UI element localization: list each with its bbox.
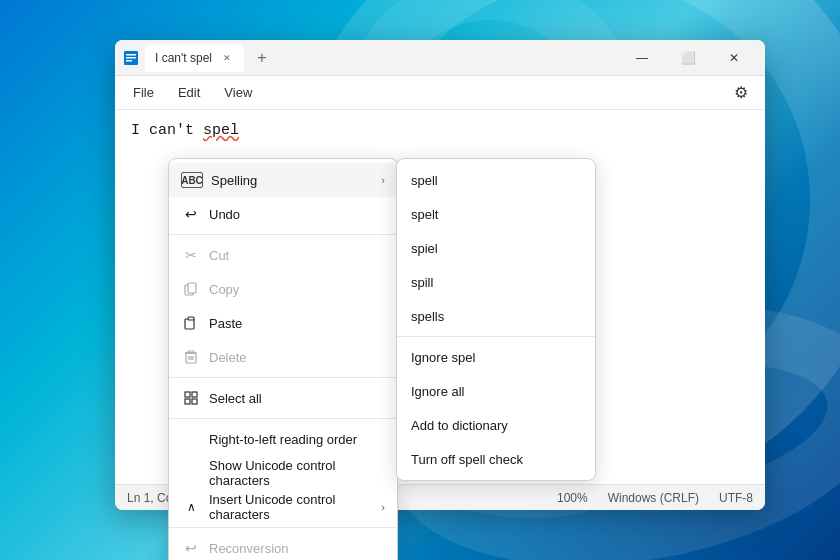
spell-action-ignore-all[interactable]: Ignore all: [397, 374, 595, 408]
spell-suggestion-spill[interactable]: spill: [397, 265, 595, 299]
unicode-show-icon: [181, 463, 201, 483]
ctx-item-delete: Delete: [169, 340, 397, 374]
window-controls: — ⬜ ✕: [619, 40, 757, 76]
svg-rect-14: [185, 392, 190, 397]
ctx-divider-2: [169, 377, 397, 378]
spell-action-add-dictionary-label: Add to dictionary: [411, 418, 508, 433]
unicode-insert-arrow-icon: ›: [381, 501, 385, 513]
ctx-item-spelling[interactable]: ABC Spelling ›: [169, 163, 397, 197]
context-menu: ABC Spelling › ↩ Undo ✂ Cut Copy Paste: [168, 158, 398, 560]
ctx-item-paste[interactable]: Paste: [169, 306, 397, 340]
spell-action-turn-off-label: Turn off spell check: [411, 452, 523, 467]
ctx-reconversion-label: Reconversion: [209, 541, 385, 556]
delete-icon: [181, 347, 201, 367]
maximize-button[interactable]: ⬜: [665, 40, 711, 76]
svg-rect-5: [188, 283, 196, 293]
svg-rect-16: [185, 399, 190, 404]
close-button[interactable]: ✕: [711, 40, 757, 76]
spell-suggestion-label-1: spell: [411, 173, 438, 188]
tab-area: I can't spel ✕ +: [123, 44, 619, 72]
ctx-divider-4: [169, 527, 397, 528]
title-bar: I can't spel ✕ + — ⬜ ✕: [115, 40, 765, 76]
spell-suggestion-spiel[interactable]: spiel: [397, 231, 595, 265]
spell-suggestion-spelt[interactable]: spelt: [397, 197, 595, 231]
spell-action-ignore-all-label: Ignore all: [411, 384, 464, 399]
select-all-icon: [181, 388, 201, 408]
ctx-copy-label: Copy: [209, 282, 385, 297]
text-before-misspelled: I can't: [131, 122, 203, 139]
undo-icon: ↩: [181, 204, 201, 224]
spell-action-ignore[interactable]: Ignore spel: [397, 340, 595, 374]
svg-rect-13: [188, 351, 194, 353]
spell-suggestion-label-5: spells: [411, 309, 444, 324]
ctx-cut-label: Cut: [209, 248, 385, 263]
svg-rect-15: [192, 392, 197, 397]
copy-icon: [181, 279, 201, 299]
ctx-item-select-all[interactable]: Select all: [169, 381, 397, 415]
ctx-item-rtl[interactable]: Right-to-left reading order: [169, 422, 397, 456]
tab-title: I can't spel: [155, 51, 212, 65]
ctx-spelling-label: Spelling: [211, 173, 373, 188]
paste-icon: [181, 313, 201, 333]
notepad-app-icon: [123, 50, 139, 66]
ctx-item-reconversion: ↩ Reconversion: [169, 531, 397, 560]
svg-rect-3: [126, 60, 132, 62]
spell-divider-1: [397, 336, 595, 337]
zoom-level: 100%: [557, 491, 588, 505]
cut-icon: ✂: [181, 245, 201, 265]
tab-close-button[interactable]: ✕: [220, 51, 234, 65]
ctx-item-cut: ✂ Cut: [169, 238, 397, 272]
reconversion-icon: ↩: [181, 538, 201, 558]
settings-button[interactable]: ⚙: [725, 77, 757, 109]
ctx-item-unicode-show[interactable]: Show Unicode control characters: [169, 456, 397, 490]
rtl-icon: [181, 429, 201, 449]
spell-suggestion-spells[interactable]: spells: [397, 299, 595, 333]
svg-rect-2: [126, 57, 136, 59]
ctx-undo-label: Undo: [209, 207, 385, 222]
svg-rect-1: [126, 54, 136, 56]
minimize-button[interactable]: —: [619, 40, 665, 76]
spell-submenu: spell spelt spiel spill spells Ignore sp…: [396, 158, 596, 481]
line-ending: Windows (CRLF): [608, 491, 699, 505]
spell-suggestion-spell[interactable]: spell: [397, 163, 595, 197]
encoding: UTF-8: [719, 491, 753, 505]
svg-rect-7: [188, 317, 194, 320]
ctx-unicode-insert-label: Insert Unicode control characters: [209, 492, 373, 522]
spelling-icon: ABC: [181, 172, 203, 188]
new-tab-button[interactable]: +: [248, 44, 276, 72]
ctx-paste-label: Paste: [209, 316, 385, 331]
ctx-item-unicode-insert[interactable]: ∧ Insert Unicode control characters ›: [169, 490, 397, 524]
active-tab[interactable]: I can't spel ✕: [145, 44, 244, 72]
ctx-unicode-show-label: Show Unicode control characters: [209, 458, 385, 488]
spell-suggestion-label-3: spiel: [411, 241, 438, 256]
svg-rect-17: [192, 399, 197, 404]
ctx-divider-1: [169, 234, 397, 235]
menu-bar: File Edit View ⚙: [115, 76, 765, 110]
spell-suggestion-label-4: spill: [411, 275, 433, 290]
menu-edit[interactable]: Edit: [168, 81, 210, 104]
ctx-delete-label: Delete: [209, 350, 385, 365]
ctx-divider-3: [169, 418, 397, 419]
menu-view[interactable]: View: [214, 81, 262, 104]
ctx-select-all-label: Select all: [209, 391, 385, 406]
menu-file[interactable]: File: [123, 81, 164, 104]
ctx-item-undo[interactable]: ↩ Undo: [169, 197, 397, 231]
misspelled-word: spel: [203, 122, 239, 139]
ctx-rtl-label: Right-to-left reading order: [209, 432, 385, 447]
spell-suggestion-label-2: spelt: [411, 207, 438, 222]
spelling-arrow-icon: ›: [381, 174, 385, 186]
spell-action-turn-off[interactable]: Turn off spell check: [397, 442, 595, 476]
editor-content: I can't spel: [131, 122, 749, 139]
spell-action-add-dictionary[interactable]: Add to dictionary: [397, 408, 595, 442]
spell-action-ignore-label: Ignore spel: [411, 350, 475, 365]
unicode-insert-icon: ∧: [181, 497, 201, 517]
ctx-item-copy: Copy: [169, 272, 397, 306]
